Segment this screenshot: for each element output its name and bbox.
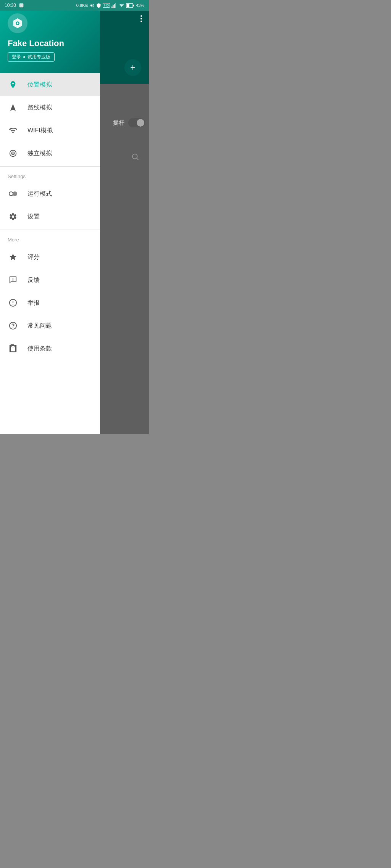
joystick-label: 摇杆 [113, 119, 124, 127]
hd-badge: HD [103, 3, 110, 8]
report-label: 举报 [27, 299, 40, 307]
svg-rect-14 [13, 301, 13, 303]
menu-section: 位置模拟 路线模拟 WIFI模拟 [0, 73, 100, 434]
target-icon [8, 148, 18, 159]
login-dot [23, 56, 25, 58]
svg-rect-18 [19, 3, 24, 8]
navigation-drawer: Fake Location 登录 试用专业版 位置模拟 路线模拟 [0, 0, 100, 434]
menu-item-feedback[interactable]: 反馈 [0, 268, 100, 291]
menu-item-report[interactable]: 举报 [0, 291, 100, 314]
navigation-icon [8, 102, 18, 113]
svg-rect-19 [111, 6, 113, 8]
terms-label: 使用条款 [27, 345, 52, 353]
mute-icon [90, 3, 95, 8]
signal-icon [111, 3, 117, 8]
toggle-icon [8, 188, 18, 199]
star-icon [8, 252, 18, 262]
run-mode-label: 运行模式 [27, 190, 52, 198]
battery-percent: 43% [136, 3, 144, 8]
menu-item-run-mode[interactable]: 运行模式 [0, 182, 100, 205]
menu-item-independent-sim[interactable]: 独立模拟 [0, 142, 100, 165]
app-status-icon [18, 2, 24, 8]
wifi-sim-label: WIFI模拟 [27, 127, 53, 135]
status-left: 10:30 [5, 2, 24, 8]
app-name: Fake Location [8, 39, 92, 48]
rate-label: 评分 [27, 253, 40, 261]
network-speed: 0.8K/s [76, 3, 88, 8]
more-section-title: More [0, 231, 100, 246]
battery-icon [126, 3, 134, 8]
svg-rect-25 [133, 5, 134, 6]
hex-icon [11, 17, 24, 29]
app-logo [8, 13, 27, 33]
wifi-status-icon [119, 3, 124, 8]
svg-rect-11 [13, 278, 13, 280]
menu-item-faq[interactable]: 常见问题 [0, 314, 100, 337]
status-bar: 10:30 0.8K/s HD [0, 0, 149, 11]
book-icon [8, 343, 18, 354]
settings-section-title: Settings [0, 168, 100, 182]
svg-rect-12 [13, 280, 13, 281]
wifi-icon [8, 125, 18, 136]
settings-label: 设置 [27, 213, 40, 221]
svg-point-9 [13, 191, 17, 196]
joystick-toggle[interactable] [128, 118, 145, 127]
login-badge[interactable]: 登录 试用专业版 [8, 52, 55, 62]
search-icon[interactable] [131, 153, 139, 163]
divider-1 [0, 166, 100, 167]
menu-item-settings[interactable]: 设置 [0, 205, 100, 228]
feedback-icon [8, 275, 18, 285]
feedback-label: 反馈 [27, 276, 40, 284]
menu-item-wifi-sim[interactable]: WIFI模拟 [0, 119, 100, 142]
location-sim-label: 位置模拟 [27, 81, 52, 89]
alarm-icon [96, 3, 101, 8]
plus-button[interactable]: + [124, 59, 141, 76]
svg-rect-15 [13, 304, 13, 305]
help-icon [8, 320, 18, 331]
menu-item-terms[interactable]: 使用条款 [0, 337, 100, 360]
three-dots-menu[interactable] [141, 15, 142, 22]
svg-rect-24 [126, 4, 129, 7]
menu-item-rate[interactable]: 评分 [0, 246, 100, 268]
joystick-toggle-area: 摇杆 [113, 118, 145, 127]
gear-icon [8, 211, 18, 222]
svg-rect-17 [13, 328, 13, 328]
login-label: 登录 [12, 54, 21, 60]
faq-label: 常见问题 [27, 322, 52, 330]
toggle-knob [137, 119, 144, 127]
route-sim-label: 路线模拟 [27, 104, 52, 112]
status-right: 0.8K/s HD 43% [76, 3, 144, 8]
svg-line-1 [137, 158, 138, 160]
svg-point-10 [10, 192, 13, 195]
independent-sim-label: 独立模拟 [27, 149, 52, 158]
svg-rect-20 [113, 5, 114, 8]
drawer-header: Fake Location 登录 试用专业版 [0, 0, 100, 73]
menu-item-location-sim[interactable]: 位置模拟 [0, 73, 100, 96]
alert-icon [8, 297, 18, 308]
svg-point-7 [13, 153, 14, 154]
svg-point-4 [17, 23, 19, 24]
svg-rect-21 [114, 4, 115, 8]
time: 10:30 [5, 3, 16, 8]
menu-item-route-sim[interactable]: 路线模拟 [0, 96, 100, 119]
divider-2 [0, 230, 100, 230]
svg-point-0 [132, 154, 137, 159]
location-icon [8, 79, 18, 90]
svg-rect-22 [115, 3, 116, 8]
trial-label: 试用专业版 [27, 54, 50, 60]
